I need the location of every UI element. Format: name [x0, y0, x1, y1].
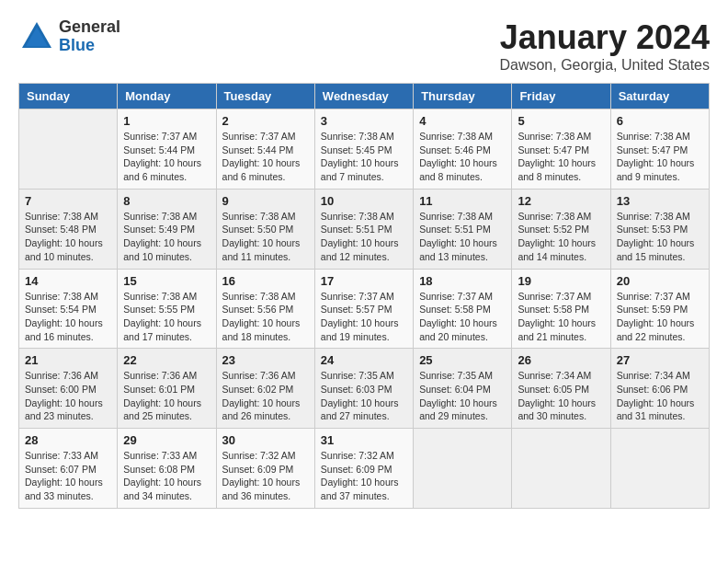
calendar-cell: [19, 109, 118, 190]
day-number: 29: [123, 433, 210, 447]
day-info: Sunrise: 7:35 AMSunset: 6:03 PMDaylight:…: [321, 369, 407, 423]
day-number: 8: [123, 194, 210, 208]
calendar-cell: 31Sunrise: 7:32 AMSunset: 6:09 PMDayligh…: [314, 429, 413, 509]
day-info: Sunrise: 7:38 AMSunset: 5:46 PMDaylight:…: [419, 130, 506, 184]
calendar-cell: 16Sunrise: 7:38 AMSunset: 5:56 PMDayligh…: [216, 269, 314, 349]
calendar-cell: [414, 429, 512, 509]
day-info: Sunrise: 7:38 AMSunset: 5:55 PMDaylight:…: [123, 290, 210, 344]
calendar-cell: 24Sunrise: 7:35 AMSunset: 6:03 PMDayligh…: [314, 349, 413, 429]
calendar-cell: 4Sunrise: 7:38 AMSunset: 5:46 PMDaylight…: [414, 109, 512, 190]
day-info: Sunrise: 7:38 AMSunset: 5:47 PMDaylight:…: [617, 130, 703, 184]
day-number: 26: [518, 353, 604, 367]
calendar-cell: 14Sunrise: 7:38 AMSunset: 5:54 PMDayligh…: [19, 269, 118, 349]
weekday-row: SundayMondayTuesdayWednesdayThursdayFrid…: [19, 84, 710, 109]
week-row-3: 14Sunrise: 7:38 AMSunset: 5:54 PMDayligh…: [19, 269, 710, 349]
day-info: Sunrise: 7:34 AMSunset: 6:05 PMDaylight:…: [518, 369, 604, 423]
day-number: 1: [123, 114, 210, 128]
calendar-cell: 3Sunrise: 7:38 AMSunset: 5:45 PMDaylight…: [314, 109, 413, 190]
day-number: 27: [617, 353, 703, 367]
day-number: 18: [419, 274, 506, 288]
day-number: 31: [321, 433, 407, 447]
day-info: Sunrise: 7:38 AMSunset: 5:51 PMDaylight:…: [419, 210, 506, 264]
calendar-cell: 18Sunrise: 7:37 AMSunset: 5:58 PMDayligh…: [414, 269, 512, 349]
day-info: Sunrise: 7:38 AMSunset: 5:54 PMDaylight:…: [25, 290, 111, 344]
day-number: 6: [617, 114, 703, 128]
week-row-5: 28Sunrise: 7:33 AMSunset: 6:07 PMDayligh…: [19, 429, 710, 509]
week-row-1: 1Sunrise: 7:37 AMSunset: 5:44 PMDaylight…: [19, 109, 710, 190]
day-info: Sunrise: 7:37 AMSunset: 5:44 PMDaylight:…: [222, 130, 309, 184]
calendar-header: SundayMondayTuesdayWednesdayThursdayFrid…: [19, 84, 710, 109]
calendar-cell: 27Sunrise: 7:34 AMSunset: 6:06 PMDayligh…: [610, 349, 709, 429]
day-number: 4: [419, 114, 506, 128]
calendar-cell: 17Sunrise: 7:37 AMSunset: 5:57 PMDayligh…: [314, 269, 413, 349]
day-info: Sunrise: 7:38 AMSunset: 5:49 PMDaylight:…: [123, 210, 210, 264]
calendar-cell: 1Sunrise: 7:37 AMSunset: 5:44 PMDaylight…: [118, 109, 216, 190]
calendar-cell: 8Sunrise: 7:38 AMSunset: 5:49 PMDaylight…: [118, 189, 216, 269]
day-info: Sunrise: 7:32 AMSunset: 6:09 PMDaylight:…: [222, 449, 309, 503]
calendar-cell: 28Sunrise: 7:33 AMSunset: 6:07 PMDayligh…: [19, 429, 118, 509]
day-number: 14: [25, 274, 111, 288]
day-number: 23: [222, 353, 309, 367]
calendar-cell: 13Sunrise: 7:38 AMSunset: 5:53 PMDayligh…: [610, 189, 709, 269]
day-number: 7: [25, 194, 111, 208]
day-info: Sunrise: 7:38 AMSunset: 5:53 PMDaylight:…: [617, 210, 703, 264]
weekday-header-sunday: Sunday: [19, 84, 118, 109]
day-info: Sunrise: 7:37 AMSunset: 5:59 PMDaylight:…: [617, 290, 703, 344]
logo-blue: Blue: [59, 37, 120, 55]
logo: General Blue: [18, 18, 120, 55]
day-info: Sunrise: 7:32 AMSunset: 6:09 PMDaylight:…: [321, 449, 407, 503]
week-row-4: 21Sunrise: 7:36 AMSunset: 6:00 PMDayligh…: [19, 349, 710, 429]
logo-icon: [18, 18, 55, 55]
day-number: 25: [419, 353, 506, 367]
day-info: Sunrise: 7:36 AMSunset: 6:00 PMDaylight:…: [25, 369, 111, 423]
calendar-cell: 26Sunrise: 7:34 AMSunset: 6:05 PMDayligh…: [512, 349, 610, 429]
calendar-cell: 29Sunrise: 7:33 AMSunset: 6:08 PMDayligh…: [118, 429, 216, 509]
weekday-header-wednesday: Wednesday: [314, 84, 413, 109]
calendar-cell: 10Sunrise: 7:38 AMSunset: 5:51 PMDayligh…: [314, 189, 413, 269]
day-number: 20: [617, 274, 703, 288]
day-number: 17: [321, 274, 407, 288]
logo-general: General: [59, 18, 120, 37]
day-info: Sunrise: 7:34 AMSunset: 6:06 PMDaylight:…: [617, 369, 703, 423]
page-header: General Blue January 2024 Dawson, Georgi…: [18, 18, 710, 74]
calendar-cell: 2Sunrise: 7:37 AMSunset: 5:44 PMDaylight…: [216, 109, 314, 190]
day-number: 24: [321, 353, 407, 367]
logo-text: General Blue: [59, 18, 120, 55]
page-subtitle: Dawson, Georgia, United States: [499, 57, 710, 74]
calendar-cell: [610, 429, 709, 509]
day-info: Sunrise: 7:38 AMSunset: 5:48 PMDaylight:…: [25, 210, 111, 264]
day-number: 16: [222, 274, 309, 288]
day-info: Sunrise: 7:37 AMSunset: 5:58 PMDaylight:…: [518, 290, 604, 344]
day-info: Sunrise: 7:35 AMSunset: 6:04 PMDaylight:…: [419, 369, 506, 423]
calendar-cell: 7Sunrise: 7:38 AMSunset: 5:48 PMDaylight…: [19, 189, 118, 269]
day-number: 13: [617, 194, 703, 208]
weekday-header-friday: Friday: [512, 84, 610, 109]
day-info: Sunrise: 7:37 AMSunset: 5:44 PMDaylight:…: [123, 130, 210, 184]
day-info: Sunrise: 7:38 AMSunset: 5:50 PMDaylight:…: [222, 210, 309, 264]
weekday-header-thursday: Thursday: [414, 84, 512, 109]
calendar-cell: 12Sunrise: 7:38 AMSunset: 5:52 PMDayligh…: [512, 189, 610, 269]
day-number: 12: [518, 194, 604, 208]
calendar-cell: 5Sunrise: 7:38 AMSunset: 5:47 PMDaylight…: [512, 109, 610, 190]
day-info: Sunrise: 7:36 AMSunset: 6:01 PMDaylight:…: [123, 369, 210, 423]
calendar-cell: 21Sunrise: 7:36 AMSunset: 6:00 PMDayligh…: [19, 349, 118, 429]
day-info: Sunrise: 7:38 AMSunset: 5:51 PMDaylight:…: [321, 210, 407, 264]
weekday-header-monday: Monday: [118, 84, 216, 109]
day-number: 3: [321, 114, 407, 128]
calendar-cell: 6Sunrise: 7:38 AMSunset: 5:47 PMDaylight…: [610, 109, 709, 190]
day-number: 5: [518, 114, 604, 128]
day-info: Sunrise: 7:37 AMSunset: 5:57 PMDaylight:…: [321, 290, 407, 344]
day-number: 2: [222, 114, 309, 128]
calendar-table: SundayMondayTuesdayWednesdayThursdayFrid…: [18, 83, 710, 509]
day-number: 15: [123, 274, 210, 288]
day-number: 10: [321, 194, 407, 208]
day-number: 11: [419, 194, 506, 208]
calendar-cell: 30Sunrise: 7:32 AMSunset: 6:09 PMDayligh…: [216, 429, 314, 509]
calendar-cell: 25Sunrise: 7:35 AMSunset: 6:04 PMDayligh…: [414, 349, 512, 429]
calendar-body: 1Sunrise: 7:37 AMSunset: 5:44 PMDaylight…: [19, 109, 710, 509]
day-info: Sunrise: 7:37 AMSunset: 5:58 PMDaylight:…: [419, 290, 506, 344]
calendar-cell: 22Sunrise: 7:36 AMSunset: 6:01 PMDayligh…: [118, 349, 216, 429]
calendar-cell: 9Sunrise: 7:38 AMSunset: 5:50 PMDaylight…: [216, 189, 314, 269]
day-info: Sunrise: 7:38 AMSunset: 5:45 PMDaylight:…: [321, 130, 407, 184]
week-row-2: 7Sunrise: 7:38 AMSunset: 5:48 PMDaylight…: [19, 189, 710, 269]
